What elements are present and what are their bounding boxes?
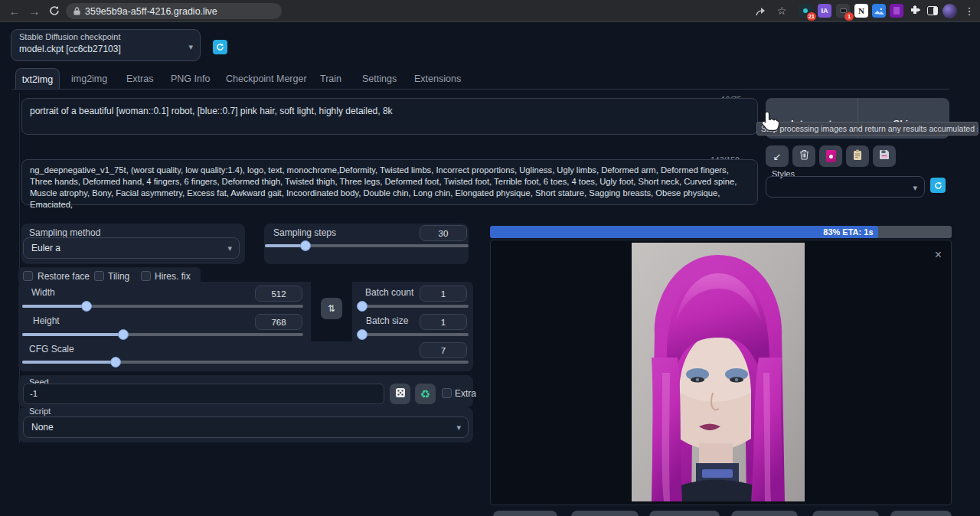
forward-icon[interactable]: → [26, 2, 43, 19]
zip-button[interactable] [571, 511, 639, 516]
tabs-underline [12, 89, 949, 90]
cfg-scale-value[interactable]: 7 [420, 342, 467, 358]
share-icon[interactable] [753, 2, 769, 19]
lock-icon [74, 5, 80, 18]
extra-networks-button[interactable] [819, 145, 842, 167]
width-label: Width [31, 287, 55, 298]
send-to-img2img-button[interactable] [649, 511, 720, 516]
prompt-input[interactable]: portrait of a beautiful [woman::0.1] rob… [21, 98, 758, 135]
sampling-method-dropdown[interactable]: Euler a ▾ [23, 237, 240, 259]
generated-image[interactable] [632, 243, 805, 501]
height-label: Height [33, 315, 60, 326]
slider-handle[interactable] [357, 301, 368, 312]
width-value[interactable]: 512 [255, 286, 302, 302]
bookmark-star-icon[interactable]: ☆ [773, 2, 790, 19]
hand-cursor [760, 110, 780, 138]
tab-checkpoint-merger[interactable]: Checkpoint Merger [226, 73, 307, 84]
ext-ia-icon[interactable]: IA [818, 4, 831, 18]
back-icon[interactable]: ← [6, 2, 23, 19]
slider-handle[interactable] [357, 329, 368, 340]
sampling-steps-value[interactable]: 30 [420, 225, 467, 241]
save-style-button[interactable] [873, 145, 896, 167]
floppy-disk-icon [879, 149, 890, 163]
slider-handle[interactable] [118, 329, 129, 340]
trash-icon [799, 149, 809, 163]
negative-prompt-input[interactable]: ng_deepnegative_v1_75t, (worst quality, … [21, 159, 758, 205]
reload-icon[interactable] [46, 2, 63, 19]
extra-seed-label: Extra [455, 388, 476, 399]
browser-toolbar: ← → 359e5b9a-a5ff-4216.gradio.live ☆ 21 … [0, 0, 980, 22]
random-seed-button[interactable] [390, 384, 410, 404]
hires-fix-label: Hires. fix [155, 271, 191, 282]
sampling-method-label: Sampling method [29, 227, 100, 238]
tiling-checkbox[interactable] [94, 271, 104, 281]
ext-notion-icon[interactable]: N [854, 4, 868, 18]
styles-dropdown[interactable]: ▾ [766, 176, 925, 198]
negative-prompt-text: ng_deepnegative_v1_75t, (worst quality, … [22, 160, 757, 215]
checkpoint-dropdown[interactable]: Stable Diffusion checkpoint model.ckpt [… [11, 29, 201, 61]
url-text: 359e5b9a-a5ff-4216.gradio.live [85, 6, 217, 17]
chevron-down-icon: ▾ [227, 243, 232, 253]
sampling-steps-slider[interactable] [265, 244, 469, 247]
tab-txt2img[interactable]: txt2img [15, 68, 60, 90]
paste-params-button[interactable]: ↙ [766, 145, 789, 167]
send-to-extras-button[interactable] [812, 511, 879, 516]
save-button[interactable] [493, 511, 557, 516]
browser-menu-icon[interactable]: ⋮ [961, 2, 978, 19]
swap-dimensions-button[interactable]: ⇅ [321, 298, 342, 319]
batch-size-label: Batch size [366, 315, 408, 326]
checkpoint-refresh-button[interactable] [213, 40, 227, 54]
ext-screenshot-icon[interactable]: 1 [836, 4, 850, 18]
batch-count-slider[interactable] [358, 305, 469, 308]
tab-img2img[interactable]: img2img [71, 73, 107, 84]
sampling-steps-label: Sampling steps [273, 227, 336, 238]
swap-arrows-icon: ⇅ [328, 303, 335, 314]
clipboard-icon [853, 149, 862, 164]
tab-extensions[interactable]: Extensions [414, 73, 461, 84]
pink-card-icon [826, 150, 836, 162]
batch-size-value[interactable]: 1 [420, 314, 467, 330]
extensions-puzzle-icon[interactable] [908, 4, 922, 18]
chevron-down-icon: ▾ [456, 423, 461, 433]
height-slider[interactable] [22, 333, 303, 336]
progress-fill: 83% ETA: 1s [490, 226, 878, 238]
extra-seed-checkbox[interactable] [442, 388, 452, 398]
tab-train[interactable]: Train [320, 73, 341, 84]
arrow-down-left-icon: ↙ [773, 151, 782, 162]
progress-bar: 83% ETA: 1s [490, 226, 952, 238]
chevron-down-icon: ▾ [913, 183, 917, 193]
ext-office-icon[interactable] [890, 4, 903, 18]
width-slider[interactable] [22, 305, 303, 308]
apply-style-button[interactable] [846, 145, 869, 167]
batch-size-slider[interactable] [358, 333, 469, 336]
cfg-scale-slider[interactable] [22, 361, 469, 364]
cfg-scale-label: CFG Scale [29, 344, 74, 354]
height-value[interactable]: 768 [255, 314, 302, 330]
styles-refresh-button[interactable] [930, 178, 946, 193]
tab-png-info[interactable]: PNG Info [171, 73, 210, 84]
reuse-seed-button[interactable]: ♻ [415, 384, 436, 404]
dice-icon [395, 387, 406, 401]
hires-fix-checkbox[interactable] [141, 271, 151, 281]
ext-photos-icon[interactable] [872, 4, 886, 18]
chevron-down-icon: ▾ [188, 42, 193, 52]
recycle-icon: ♻ [420, 387, 430, 401]
ext-pin-icon[interactable]: 21 [799, 4, 812, 18]
side-panel-icon[interactable] [926, 4, 939, 18]
batch-count-label: Batch count [365, 287, 413, 298]
seed-input[interactable]: -1 [23, 384, 384, 404]
script-dropdown[interactable]: None ▾ [23, 416, 469, 438]
close-preview-button[interactable]: × [935, 250, 942, 260]
profile-avatar[interactable] [942, 4, 957, 18]
batch-count-value[interactable]: 1 [420, 286, 467, 302]
url-bar[interactable]: 359e5b9a-a5ff-4216.gradio.live [66, 3, 282, 19]
restore-faces-checkbox[interactable] [23, 271, 33, 281]
send-to-inpaint-button[interactable] [731, 511, 798, 516]
tab-settings[interactable]: Settings [362, 73, 397, 84]
progress-label: 83% ETA: 1s [823, 227, 873, 237]
script-label: Script [29, 407, 51, 416]
ext-pin-badge: 21 [807, 12, 816, 21]
open-folder-button[interactable] [890, 511, 952, 516]
clear-prompt-button[interactable] [792, 145, 815, 167]
tab-extras[interactable]: Extras [126, 73, 153, 84]
